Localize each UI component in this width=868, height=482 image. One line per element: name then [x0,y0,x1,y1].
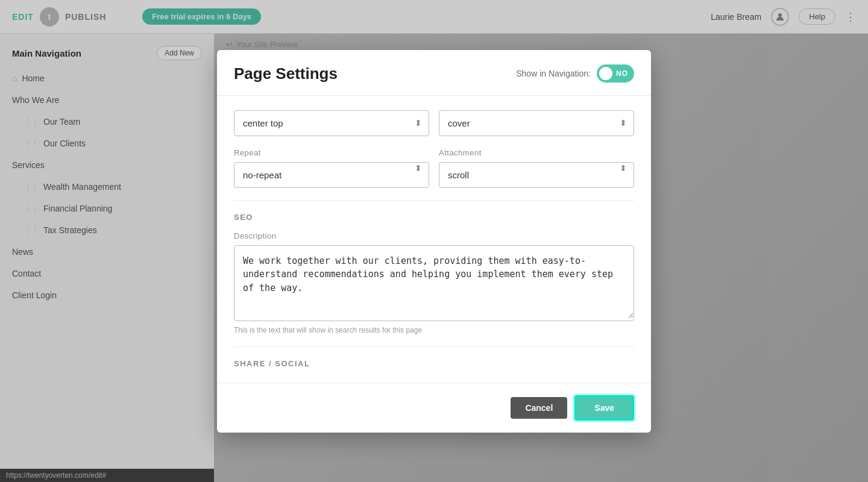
share-title: SHARE / SOCIAL [234,359,634,368]
save-button[interactable]: Save [574,395,634,421]
share-social-section: SHARE / SOCIAL [234,346,634,368]
modal-overlay: Page Settings Show in Navigation: NO cen… [0,0,868,482]
toggle-knob [599,67,612,80]
toggle-value: NO [616,69,628,78]
repeat-attachment-row: Repeat no-repeat repeat repeat-x repeat-… [234,148,634,188]
position-size-row: center top center center center bottom l… [234,110,634,136]
seo-section: SEO Description This is the text that wi… [234,200,634,334]
seo-hint: This is the text that will show in searc… [234,326,634,334]
description-textarea-wrapper [234,245,634,321]
nav-label: Show in Navigation: [516,69,591,78]
modal-header: Page Settings Show in Navigation: NO [217,50,651,96]
repeat-select[interactable]: no-repeat repeat repeat-x repeat-y [234,162,429,188]
repeat-select-wrapper: Repeat no-repeat repeat repeat-x repeat-… [234,148,429,188]
show-in-navigation-toggle[interactable]: NO [597,64,634,83]
size-select-wrapper: cover contain auto ⬍ [439,110,634,136]
size-select[interactable]: cover contain auto [439,110,634,136]
attachment-label: Attachment [439,148,634,157]
seo-title: SEO [234,213,634,222]
description-textarea[interactable] [234,246,634,318]
page-settings-modal: Page Settings Show in Navigation: NO cen… [217,50,651,433]
nav-toggle-row: Show in Navigation: NO [516,64,634,83]
modal-footer: Cancel Save [217,383,651,433]
position-select[interactable]: center top center center center bottom l… [234,110,429,136]
modal-title: Page Settings [234,64,338,83]
repeat-label: Repeat [234,148,429,157]
description-label: Description [234,231,634,240]
modal-body: center top center center center bottom l… [217,96,651,383]
position-select-wrapper: center top center center center bottom l… [234,110,429,136]
cancel-button[interactable]: Cancel [511,397,567,419]
attachment-select-wrapper: Attachment scroll fixed local ⬍ [439,148,634,188]
attachment-select[interactable]: scroll fixed local [439,162,634,188]
